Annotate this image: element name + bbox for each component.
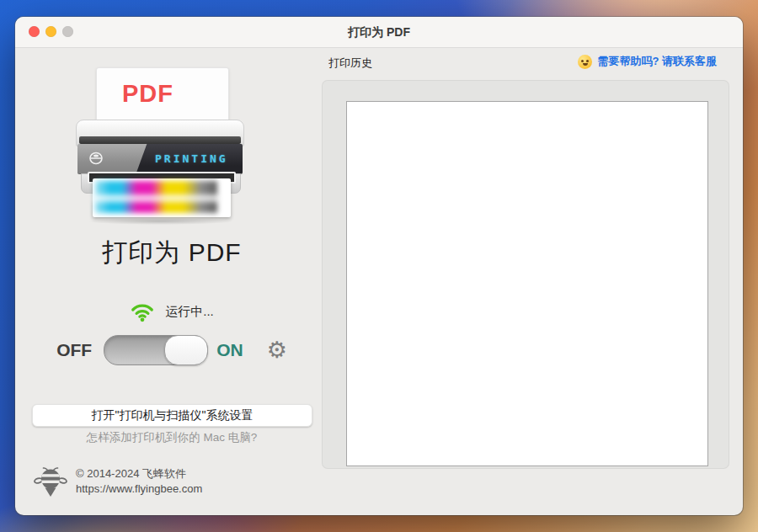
toggle-row: OFF ON ⚙ bbox=[15, 335, 328, 365]
left-panel: PDF PRINTING bbox=[15, 47, 328, 515]
printer-intake-slot bbox=[79, 136, 241, 144]
wifi-signal-icon bbox=[130, 301, 155, 322]
app-title: 打印为 PDF bbox=[15, 236, 328, 270]
footer: © 2014-2024 飞蜂软件 https://www.flyingbee.c… bbox=[34, 466, 202, 498]
print-history-list[interactable] bbox=[346, 101, 708, 466]
app-window: 打印为 PDF PDF PRINTING bbox=[15, 17, 743, 515]
how-to-add-printer-link[interactable]: 怎样添加打印机到你的 Mac 电脑? bbox=[15, 430, 328, 445]
contact-link-text: 需要帮助吗? 请联系客服 bbox=[597, 54, 717, 69]
gear-icon[interactable]: ⚙ bbox=[267, 339, 287, 362]
helper-emoji-icon bbox=[578, 55, 592, 69]
website-url: https://www.flyingbee.com bbox=[76, 481, 202, 497]
status-row: 运行中... bbox=[15, 300, 328, 323]
pdf-paper-label: PDF bbox=[122, 80, 173, 108]
printer-icon: PDF PRINTING bbox=[76, 66, 244, 226]
window-title: 打印为 PDF bbox=[15, 17, 743, 47]
copyright-text: © 2014-2024 飞蜂软件 bbox=[76, 466, 202, 481]
contact-support-link[interactable]: 需要帮助吗? 请联系客服 bbox=[578, 54, 717, 69]
window-titlebar[interactable]: 打印为 PDF bbox=[15, 17, 743, 48]
printed-sheet bbox=[93, 178, 231, 217]
bee-emblem-icon bbox=[88, 152, 104, 166]
power-toggle-switch[interactable] bbox=[104, 335, 208, 365]
printing-status-text: PRINTING bbox=[155, 152, 243, 165]
printer-body: PRINTING bbox=[77, 144, 243, 174]
on-label: ON bbox=[216, 340, 243, 360]
toggle-knob[interactable] bbox=[164, 335, 208, 365]
open-printer-settings-button[interactable]: 打开"打印机与扫描仪"系统设置 bbox=[32, 404, 312, 427]
print-history-label: 打印历史 bbox=[328, 56, 372, 71]
desktop-wallpaper: 打印为 PDF PDF PRINTING bbox=[0, 0, 758, 532]
printer-shadow bbox=[88, 218, 232, 225]
sheet-gloss bbox=[93, 194, 222, 202]
off-label: OFF bbox=[56, 340, 92, 360]
running-status-text: 运行中... bbox=[165, 304, 214, 320]
printer-lcd-display: PRINTING bbox=[136, 144, 243, 173]
history-group-box bbox=[322, 80, 729, 469]
settings-button-label: 打开"打印机与扫描仪"系统设置 bbox=[92, 408, 254, 423]
flyingbee-logo-icon bbox=[34, 466, 67, 498]
